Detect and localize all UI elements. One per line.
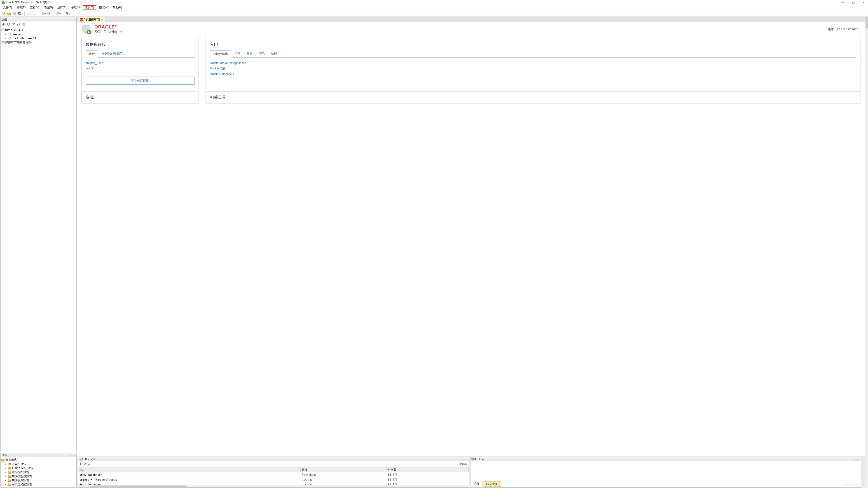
menu-tools[interactable]: 工具(T) bbox=[83, 5, 96, 10]
tab-close-icon[interactable]: × bbox=[102, 18, 103, 21]
col-sql[interactable]: SQL bbox=[78, 467, 301, 472]
redo-icon[interactable] bbox=[32, 11, 37, 16]
subtab-recent[interactable]: 最近 bbox=[86, 50, 98, 58]
log-header[interactable]: 消息 - 日志 × ▭ bbox=[470, 457, 861, 461]
tree-reports-root[interactable]: 所有报告 bbox=[1, 458, 76, 462]
panel-minimize-icon[interactable]: ▭ bbox=[464, 458, 468, 460]
find-icon[interactable] bbox=[65, 11, 70, 16]
close-button[interactable]: ✕ bbox=[861, 1, 867, 4]
menu-view[interactable]: 查看(V) bbox=[28, 5, 41, 10]
filter-icon[interactable] bbox=[11, 22, 16, 26]
reports-panel: 报告 × ▭ 所有报告 ⊞OLAP 报告 ⊞TimesTen 报告 ⊞分析视图报… bbox=[0, 453, 76, 488]
history-table[interactable]: SQL 连接 时间戳 show databaseslocalhost06-7月 … bbox=[78, 467, 469, 485]
recent-conn-link[interactable]: deepin bbox=[86, 65, 194, 71]
tree-report-olap[interactable]: ⊞OLAP 报告 bbox=[1, 462, 76, 466]
tree-root-oracle[interactable]: Oracle 连接 bbox=[1, 28, 76, 32]
tree-conn-deepin[interactable]: ⊞ deepin bbox=[1, 32, 76, 36]
maximize-button[interactable]: ▢ bbox=[850, 1, 856, 4]
expand-icon[interactable]: ⊞ bbox=[4, 37, 7, 39]
expand-icon[interactable]: ⊞ bbox=[4, 467, 7, 469]
menu-help[interactable]: 帮助(H) bbox=[111, 5, 124, 10]
menu-nav[interactable]: 导航(N) bbox=[41, 5, 55, 10]
subtab-tutorial[interactable]: 教程 bbox=[244, 50, 256, 57]
history-filter-input[interactable] bbox=[94, 462, 456, 466]
copy-icon[interactable] bbox=[22, 22, 26, 26]
forward-icon[interactable]: ▾ bbox=[47, 11, 52, 16]
undo-icon[interactable] bbox=[27, 11, 31, 16]
card-title: 资源 bbox=[86, 95, 194, 100]
history-row[interactable]: show databaseslocalhost06-7月 bbox=[78, 472, 469, 477]
panel-minimize-icon[interactable]: ▭ bbox=[856, 458, 860, 460]
start-link[interactable]: Oracle Database XE bbox=[210, 71, 857, 77]
history-row[interactable]: desc employees19C_HR03-7月 bbox=[78, 482, 469, 485]
start-link[interactable]: Docker 映像 bbox=[210, 65, 857, 71]
panel-title: SQL 历史记录 bbox=[79, 457, 96, 461]
connections-header[interactable]: 连接 × ▭ bbox=[1, 18, 76, 22]
new-icon[interactable] bbox=[1, 11, 6, 16]
menu-window[interactable]: 窗口(W) bbox=[96, 5, 111, 10]
manual-create-button[interactable]: 手动创建连接 bbox=[86, 77, 194, 85]
history-clear-icon[interactable] bbox=[87, 462, 91, 466]
expand-icon[interactable]: ⊞ bbox=[4, 33, 7, 35]
subtab-training[interactable]: 培训 bbox=[268, 50, 280, 57]
expand-icon[interactable]: ⊞ bbox=[4, 463, 7, 465]
panel-minimize-icon[interactable]: ▭ bbox=[71, 454, 75, 456]
panel-minimize-icon[interactable]: ▭ bbox=[71, 18, 75, 21]
expand-icon[interactable]: ⊞ bbox=[4, 471, 7, 474]
new-connection-icon[interactable]: ▾ bbox=[2, 22, 6, 26]
recent-conn-link[interactable]: orclpdb_user01 bbox=[86, 60, 194, 65]
tab-welcome[interactable]: "欢迎使用"页 × bbox=[78, 17, 105, 22]
subtab-demo[interactable]: 演示 bbox=[256, 50, 268, 57]
expand-icon[interactable]: ⊞ bbox=[4, 483, 7, 486]
tree-report-dictionary[interactable]: ⊞数据字典报告 bbox=[1, 478, 76, 482]
reports-header[interactable]: 报告 × ▭ bbox=[1, 453, 76, 457]
vertical-scrollbar[interactable] bbox=[865, 17, 868, 488]
minimize-button[interactable]: — bbox=[840, 1, 846, 4]
folder-icon bbox=[7, 483, 11, 486]
expand-icon[interactable]: ⊞ bbox=[4, 475, 7, 478]
subtab-detected[interactable]: 检测到的数据库 bbox=[98, 50, 125, 57]
save-icon[interactable] bbox=[12, 11, 17, 16]
tree-report-userdef[interactable]: ⊞用户定义的报告 bbox=[1, 482, 76, 486]
tree-report-datamodel[interactable]: ⊞数据模型器报告 bbox=[1, 474, 76, 478]
tree-cloud-root[interactable]: 数据库方案服务连接 bbox=[1, 40, 76, 44]
history-row[interactable]: select * from employees19C_HR03-7月 bbox=[78, 477, 469, 482]
col-conn[interactable]: 连接 bbox=[301, 467, 386, 472]
expand-icon[interactable]: ⊞ bbox=[4, 479, 7, 482]
log-body[interactable] bbox=[470, 461, 861, 481]
back-icon[interactable]: ▾ bbox=[41, 11, 46, 16]
connections-tree[interactable]: Oracle 连接 ⊞ deepin ⊞ orclpdb_user01 数据库方… bbox=[1, 27, 76, 452]
refresh-icon[interactable] bbox=[6, 22, 11, 26]
menu-file[interactable]: 文件(F) bbox=[1, 5, 14, 10]
horizontal-scrollbar[interactable] bbox=[78, 485, 469, 487]
window-controls: — ▢ ✕ bbox=[840, 1, 867, 4]
tree-report-analysis[interactable]: ⊞分析视图报告 bbox=[1, 470, 76, 474]
history-header[interactable]: SQL 历史记录 × ▭ bbox=[78, 457, 469, 461]
menu-group[interactable]: 小组(M) bbox=[69, 5, 83, 10]
subtab-info[interactable]: 信息 bbox=[231, 50, 244, 57]
panel-close-icon[interactable]: × bbox=[461, 458, 464, 460]
panel-close-icon[interactable]: × bbox=[68, 454, 71, 456]
panel-close-icon[interactable]: × bbox=[853, 458, 856, 460]
panel-close-icon[interactable]: × bbox=[68, 18, 71, 21]
save-all-icon[interactable] bbox=[18, 11, 22, 16]
log-tab-logpage[interactable]: 日志记录页× bbox=[482, 482, 502, 487]
card-title: 数据库连接 bbox=[86, 42, 194, 47]
open-icon[interactable] bbox=[7, 11, 11, 16]
sql-icon[interactable]: ▾ bbox=[56, 11, 61, 16]
tree-conn-orclpdb[interactable]: ⊞ orclpdb_user01 bbox=[1, 36, 76, 40]
col-time[interactable]: 时间戳 bbox=[386, 467, 468, 472]
menu-edit[interactable]: 编辑(E) bbox=[14, 5, 28, 10]
separator bbox=[63, 11, 63, 16]
history-next-icon[interactable] bbox=[83, 462, 87, 466]
folder-icon bbox=[7, 470, 11, 474]
menu-run[interactable]: 运行(R) bbox=[55, 5, 69, 10]
reports-tree[interactable]: 所有报告 ⊞OLAP 报告 ⊞TimesTen 报告 ⊞分析视图报告 ⊞数据模型… bbox=[1, 457, 76, 487]
log-tab-messages[interactable]: 消息 bbox=[472, 482, 481, 487]
card-title: 相关工具 bbox=[210, 95, 857, 100]
subtab-getdb[interactable]: 获取数据库 bbox=[210, 50, 231, 58]
tree-report-timesten[interactable]: ⊞TimesTen 报告 bbox=[1, 466, 76, 470]
history-prev-icon[interactable] bbox=[79, 462, 83, 466]
start-link[interactable]: Oracle VirtualBox Appliance bbox=[210, 60, 857, 65]
tns-icon[interactable] bbox=[17, 22, 21, 26]
